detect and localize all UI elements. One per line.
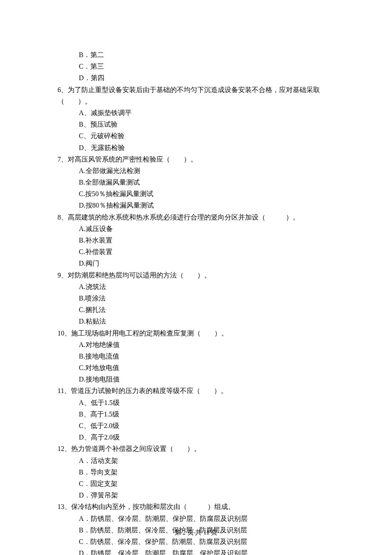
option-item: B．第二 — [58, 49, 337, 61]
option-item: C.对地放电值 — [58, 362, 337, 373]
option-item: D．第四 — [58, 72, 337, 84]
option-item: A.浇筑法 — [58, 281, 337, 292]
question-11-stem: 11、管道压力试验时的压力表的精度等级不应（ ）。 — [58, 385, 337, 396]
option-item: A．活动支架 — [58, 455, 337, 466]
option-item: D.粘贴法 — [58, 315, 337, 327]
option-item: B、高于1.5级 — [58, 408, 337, 420]
option-item: B.补水装置 — [58, 234, 337, 246]
option-item: B.喷涂法 — [58, 292, 337, 304]
option-item: C.捆扎法 — [58, 304, 337, 315]
option-item: A、减振垫铁调平 — [58, 107, 337, 119]
option-item: C.按50％抽检漏风量测试 — [58, 188, 337, 199]
option-item: D.阀门 — [58, 257, 337, 269]
question-6-stem: 6、为了防止重型设备安装后由于基础的不均匀下沉造成设备安装不合格，应对基础采取 — [58, 84, 337, 95]
option-item: B、预压试验 — [58, 119, 337, 130]
option-item: C.补偿装置 — [58, 246, 337, 257]
option-item: D、无露筋检验 — [58, 142, 337, 153]
option-item: A.全部做漏光法检测 — [58, 165, 337, 176]
option-item: D.接地电阻值 — [58, 373, 337, 385]
option-item: C．第三 — [58, 61, 337, 72]
question-13-stem: 13、保冷结构由内至外，按功能和层次由（ ）组成。 — [58, 501, 337, 512]
option-item: C．固定支架 — [58, 478, 337, 489]
option-item: D．弹簧吊架 — [58, 489, 337, 501]
question-10-stem: 10、施工现场临时用电工程的定期检查应复测（ ）。 — [58, 327, 337, 339]
page-footer: 第 2 页 共 11 页 — [0, 527, 392, 538]
option-item: C、低于2.0级 — [58, 420, 337, 431]
option-item: A、低于1.5级 — [58, 397, 337, 408]
option-item: D．防锈层、保冷层、防潮层、防腐层、保护层及识别层 — [58, 547, 337, 555]
question-12-stem: 12、热力管道两个补偿器之间应设置（ ）。 — [58, 443, 337, 454]
option-item: B.接地电流值 — [58, 350, 337, 362]
option-item: D.按80％抽检漏风量测试 — [58, 199, 337, 211]
option-item: D、高于2.0级 — [58, 431, 337, 443]
option-item: B.全部做漏风量测试 — [58, 176, 337, 188]
option-item: A．防锈层、保冷层、防潮层、保护层、防腐层及识别层 — [58, 513, 337, 524]
option-item: B．导向支架 — [58, 466, 337, 478]
option-item: A.对地绝缘值 — [58, 339, 337, 350]
page-content: B．第二 C．第三 D．第四 6、为了防止重型设备安装后由于基础的不均匀下沉造成… — [0, 0, 392, 555]
question-6-stem-cont: （ ）。 — [58, 95, 337, 107]
question-8-stem: 8、高层建筑的给水系统和热水系统必须进行合理的竖向分区并加设（ ）。 — [58, 211, 337, 223]
option-item: C、元破碎检验 — [58, 130, 337, 142]
question-7-stem: 7、对高压风管系统的严密性检验应（ ）。 — [58, 153, 337, 165]
question-9-stem: 9、对防潮层和绝热层均可以适用的方法（ ）。 — [58, 269, 337, 281]
option-item: A.减压设备 — [58, 223, 337, 234]
